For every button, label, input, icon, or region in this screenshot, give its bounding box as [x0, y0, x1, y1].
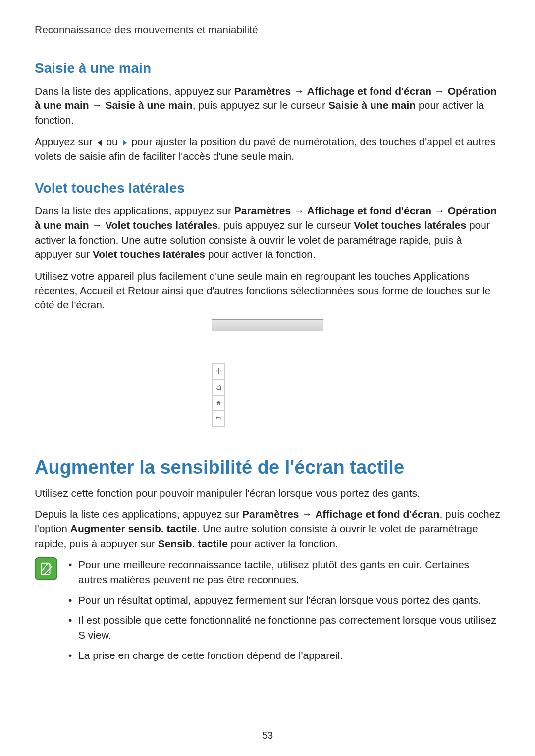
page-number: 53 — [0, 730, 535, 741]
section-side-keys: Volet touches latérales Dans la liste de… — [35, 180, 500, 427]
home-icon — [212, 395, 225, 411]
note-item: Il est possible que cette fonctionnalité… — [66, 613, 500, 642]
side-key-panel — [212, 363, 225, 427]
phone-statusbar — [212, 320, 323, 331]
phone-illustration — [212, 319, 323, 427]
back-icon — [212, 411, 225, 427]
note-item: Pour un résultat optimal, appuyez fermem… — [66, 593, 500, 607]
move-icon — [212, 363, 225, 379]
side-keys-p1: Dans la liste des applications, appuyez … — [35, 203, 500, 262]
triangle-right-icon — [121, 139, 129, 147]
side-keys-p2: Utilisez votre appareil plus facilement … — [35, 269, 500, 312]
note-list: Pour une meilleure reconnaissance tactil… — [66, 557, 500, 668]
one-hand-p2: Appuyez sur ou pour ajuster la position … — [35, 134, 500, 163]
note-item: Pour une meilleure reconnaissance tactil… — [66, 557, 500, 587]
heading-touch-sensitivity: Augmenter la sensibilité de l'écran tact… — [35, 457, 500, 478]
note-box: Pour une meilleure reconnaissance tactil… — [35, 557, 500, 668]
page-header: Reconnaissance des mouvements et maniabi… — [35, 24, 500, 36]
phone-screen — [212, 331, 323, 427]
note-item: La prise en charge de cette fonction dép… — [66, 648, 500, 662]
heading-side-keys: Volet touches latérales — [35, 180, 500, 196]
one-hand-p1: Dans la liste des applications, appuyez … — [35, 84, 500, 127]
heading-one-hand: Saisie à une main — [35, 60, 500, 76]
svg-rect-1 — [217, 386, 221, 389]
recent-apps-icon — [212, 379, 225, 395]
section-one-hand-input: Saisie à une main Dans la liste des appl… — [35, 60, 500, 163]
sensitivity-p2: Depuis la liste des applications, appuye… — [35, 507, 500, 551]
triangle-left-icon — [96, 139, 104, 147]
sensitivity-p1: Utilisez cette fonction pour pouvoir man… — [35, 486, 500, 500]
note-icon — [35, 557, 57, 580]
